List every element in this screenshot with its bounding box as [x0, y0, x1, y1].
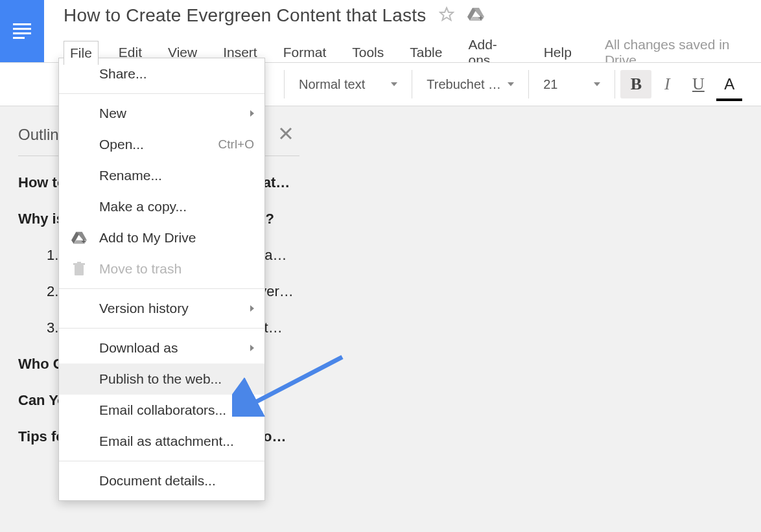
svg-rect-0: [13, 23, 31, 25]
menu-item-label: Open...: [99, 137, 144, 152]
file-email-collaborators[interactable]: Email collaborators...: [59, 395, 264, 426]
app-header: How to Create Evergreen Content that Las…: [0, 0, 761, 62]
font-size-label: 21: [543, 77, 557, 92]
underline-button[interactable]: U: [683, 70, 714, 98]
chevron-down-icon: [508, 82, 514, 86]
close-icon: [279, 126, 293, 141]
file-dropdown: Share... New Open...Ctrl+O Rename... Mak…: [58, 58, 265, 501]
shortcut-label: Ctrl+O: [218, 137, 254, 152]
file-make-copy[interactable]: Make a copy...: [59, 191, 264, 222]
move-to-drive-icon[interactable]: +: [467, 6, 484, 25]
menu-item-label: Rename...: [99, 168, 162, 183]
file-add-to-drive[interactable]: + Add to My Drive: [59, 222, 264, 253]
menu-file[interactable]: File: [64, 41, 99, 65]
svg-rect-15: [75, 265, 84, 275]
menu-separator: [59, 461, 264, 461]
doc-title[interactable]: How to Create Evergreen Content that Las…: [64, 5, 426, 26]
svg-rect-1: [13, 28, 31, 30]
menu-item-label: Move to trash: [99, 261, 181, 277]
menu-item-label: Document details...: [99, 473, 216, 489]
svg-marker-4: [440, 8, 453, 20]
font-family-label: Trebuchet …: [427, 77, 501, 92]
menu-separator: [59, 93, 264, 94]
toolbar-separator: [615, 70, 615, 98]
menu-separator: [59, 328, 264, 329]
file-new[interactable]: New: [59, 98, 264, 129]
toolbar-separator: [412, 70, 412, 98]
drive-add-icon: +: [71, 229, 88, 246]
svg-text:+: +: [82, 237, 86, 245]
italic-button[interactable]: I: [651, 70, 683, 98]
file-open[interactable]: Open...Ctrl+O: [59, 129, 264, 160]
chevron-right-icon: [250, 345, 254, 351]
text-color-button[interactable]: A: [714, 70, 745, 98]
chevron-down-icon: [594, 82, 600, 86]
menu-item-label: Publish to the web...: [99, 371, 222, 387]
svg-rect-17: [77, 262, 81, 264]
chevron-right-icon: [250, 305, 254, 312]
toolbar-separator: [284, 70, 285, 98]
menu-format[interactable]: Format: [277, 41, 333, 64]
file-version-history[interactable]: Version history: [59, 293, 264, 324]
chevron-right-icon: [250, 110, 254, 117]
file-document-details[interactable]: Document details...: [59, 465, 264, 496]
star-icon[interactable]: [439, 6, 454, 25]
file-email-attachment[interactable]: Email as attachment...: [59, 426, 264, 457]
close-outline-button[interactable]: [279, 124, 293, 145]
toolbar-separator: [528, 70, 529, 98]
paragraph-style-label: Normal text: [299, 77, 365, 92]
menu-tools[interactable]: Tools: [346, 41, 390, 64]
svg-text:+: +: [478, 13, 484, 22]
font-family-select[interactable]: Trebuchet …: [417, 77, 523, 92]
menu-item-label: New: [99, 106, 126, 121]
font-size-select[interactable]: 21: [534, 77, 609, 92]
bold-button[interactable]: B: [620, 70, 651, 98]
menu-separator: [59, 288, 264, 289]
menu-item-label: Add to My Drive: [99, 230, 196, 246]
paragraph-style-select[interactable]: Normal text: [290, 77, 406, 92]
docs-logo[interactable]: [0, 0, 44, 62]
menu-table[interactable]: Table: [404, 41, 448, 64]
trash-icon: [71, 260, 88, 277]
menu-item-label: Email as attachment...: [99, 434, 234, 449]
file-rename[interactable]: Rename...: [59, 160, 264, 191]
menu-help[interactable]: Help: [538, 41, 578, 64]
file-download-as[interactable]: Download as: [59, 332, 264, 364]
svg-rect-2: [13, 32, 31, 34]
file-move-to-trash: Move to trash: [59, 253, 264, 284]
menu-item-label: Share...: [99, 66, 147, 82]
menu-item-label: Download as: [99, 340, 178, 356]
menu-item-label: Version history: [99, 301, 189, 316]
menu-item-label: Make a copy...: [99, 199, 187, 214]
file-publish-to-web[interactable]: Publish to the web...: [59, 364, 264, 395]
chevron-down-icon: [391, 82, 397, 86]
svg-rect-3: [13, 37, 25, 39]
menu-item-label: Email collaborators...: [99, 402, 226, 418]
docs-logo-icon: [9, 18, 35, 44]
